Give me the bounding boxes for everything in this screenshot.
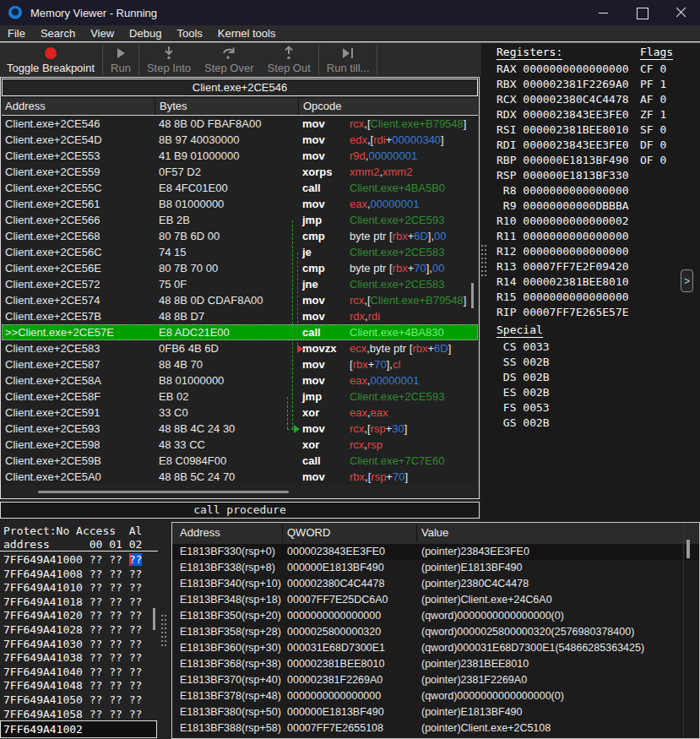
close-icon[interactable]: [661, 0, 700, 25]
flag-sf[interactable]: SF 0: [640, 122, 666, 138]
toolbar-step-out[interactable]: Step Out: [261, 43, 317, 77]
register-rsi[interactable]: RSI 000002381BEE8010: [497, 122, 629, 138]
flag-zf[interactable]: ZF 1: [640, 107, 666, 122]
register-r9[interactable]: R9 00000000000DBBBA: [497, 198, 629, 214]
disasm-row[interactable]: >>Client.exe+2CE57EE8 ADC21E00callClient…: [2, 324, 478, 340]
stack-column-qword[interactable]: QWORD: [287, 526, 330, 539]
register-r8[interactable]: R8 0000000000000000: [497, 183, 629, 198]
segment-ss[interactable]: SS 002B: [497, 355, 550, 370]
hex-byte-cell[interactable]: ??: [109, 666, 122, 678]
register-rbp[interactable]: RBP 000000E1813BF490: [497, 153, 629, 168]
stack-row[interactable]: E1813BF348(rsp+18)00007FF7E25DC6A0(point…: [172, 592, 699, 608]
hex-row-address[interactable]: 7FF649A41028: [3, 623, 90, 636]
hex-byte-cell[interactable]: ??: [109, 568, 122, 580]
hex-row-address[interactable]: 7FF649A41038: [3, 651, 90, 664]
disassembly-vscrollbar[interactable]: [471, 283, 474, 308]
register-rax[interactable]: RAX 0000000000000000: [497, 62, 629, 77]
hex-row-address[interactable]: 7FF649A41010: [3, 581, 90, 594]
segment-cs[interactable]: CS 0033: [497, 340, 550, 355]
stack-row[interactable]: E1813BF388(rsp+58)00007FF7E2655108(point…: [172, 720, 699, 736]
hex-byte-cell[interactable]: ??: [90, 666, 103, 678]
disasm-row[interactable]: Client.exe+2CE57275 0FjneClient.exe+2CE5…: [2, 276, 478, 292]
disasm-row[interactable]: Client.exe+2CE56E80 7B 70 00cmpbyte ptr …: [2, 260, 478, 276]
stack-row[interactable]: E1813BF338(rsp+8)000000E1813BF490(pointe…: [172, 560, 699, 576]
main-splitter[interactable]: [480, 245, 487, 279]
disasm-row[interactable]: Client.exe+2CE54D8B 97 40030000movedx,[r…: [2, 132, 478, 148]
toolbar-run[interactable]: Run: [104, 43, 138, 77]
bottom-splitter[interactable]: [160, 615, 169, 649]
disasm-row[interactable]: Client.exe+2CE566EB 2BjmpClient.exe+2CE5…: [2, 212, 478, 228]
register-rsp[interactable]: RSP 000000E1813BF330: [497, 168, 629, 183]
minimize-icon[interactable]: [583, 0, 622, 25]
hex-byte-cell[interactable]: ??: [129, 595, 143, 608]
menu-debug[interactable]: Debug: [122, 25, 169, 41]
disasm-row[interactable]: Client.exe+2CE57B48 8B D7movrdx,rdi: [2, 308, 478, 324]
disasm-row[interactable]: Client.exe+2CE56880 7B 6D 00cmpbyte ptr …: [2, 228, 478, 244]
register-r13[interactable]: R13 00007FF7E2F09420: [497, 259, 629, 274]
hex-byte-cell[interactable]: ??: [129, 693, 143, 706]
flag-af[interactable]: AF 0: [640, 92, 666, 107]
hex-byte-cell[interactable]: ??: [129, 666, 143, 678]
stack-row[interactable]: E1813BF360(rsp+30)000031E68D7300E1(qword…: [172, 640, 699, 656]
flag-of[interactable]: OF 0: [640, 153, 666, 168]
hex-row-address[interactable]: 7FF649A41050: [3, 693, 90, 706]
hex-row-address[interactable]: 7FF649A41008: [3, 568, 90, 580]
disasm-row[interactable]: Client.exe+2CE5A048 8B 5C 24 70movrbx,[r…: [2, 469, 478, 485]
hex-byte-cell[interactable]: ??: [129, 553, 143, 566]
disasm-column-opcode[interactable]: Opcode: [298, 98, 478, 115]
hex-byte-cell[interactable]: ??: [129, 623, 143, 636]
disasm-row[interactable]: Client.exe+2CE58AB8 01000000moveax,00000…: [2, 372, 478, 389]
stack-column-value[interactable]: Value: [421, 526, 448, 539]
hex-row-address[interactable]: 7FF649A41020: [3, 609, 90, 622]
disasm-row[interactable]: Client.exe+2CE5830FB6 4B 6Dmovzxecx,byte…: [2, 340, 478, 356]
register-r10[interactable]: R10 0000000000000002: [497, 214, 629, 229]
disasm-row[interactable]: Client.exe+2CE55341 B9 01000000movr9d,00…: [2, 148, 478, 164]
register-rip[interactable]: RIP 00007FF7E265E57E: [497, 305, 629, 320]
register-rdx[interactable]: RDX 0000023843EE3FE0: [497, 107, 629, 122]
hex-byte-cell[interactable]: ??: [90, 693, 103, 706]
hex-row-address[interactable]: 7FF649A41048: [3, 679, 90, 692]
stack-row[interactable]: E1813BF370(rsp+40)000002381F2269A0(point…: [172, 672, 699, 688]
hex-row-address[interactable]: 7FF649A41040: [3, 666, 90, 678]
disasm-row[interactable]: Client.exe+2CE57448 8B 0D CDAF8A00movrcx…: [2, 292, 478, 308]
register-r12[interactable]: R12 0000000000000000: [497, 244, 629, 259]
hex-byte-cell[interactable]: ??: [109, 623, 122, 636]
stack-row[interactable]: E1813BF350(rsp+20)0000000000000000(qword…: [172, 608, 699, 624]
hex-byte-cell[interactable]: ??: [109, 679, 122, 692]
hex-row-address[interactable]: 7FF649A41058: [3, 708, 90, 720]
hex-byte-cell[interactable]: ??: [109, 693, 122, 706]
hex-row-address[interactable]: 7FF649A41030: [3, 638, 90, 650]
menu-search[interactable]: Search: [33, 25, 83, 41]
hex-byte-cell[interactable]: ??: [90, 553, 103, 566]
hex-byte-cell[interactable]: ??: [109, 595, 122, 608]
hex-byte-cell[interactable]: ??: [129, 568, 143, 580]
stack-row[interactable]: E1813BF380(rsp+50)000000E1813BF490(point…: [172, 704, 699, 720]
register-rdi[interactable]: RDI 0000023843EE3FE0: [497, 138, 629, 153]
hex-byte-cell[interactable]: ??: [90, 609, 103, 622]
menu-tools[interactable]: Tools: [169, 25, 209, 41]
hex-row-address[interactable]: 7FF649A41018: [3, 595, 90, 608]
disasm-row[interactable]: Client.exe+2CE59BE8 C0984F00callClient.e…: [2, 453, 478, 469]
hex-byte-cell[interactable]: ??: [90, 708, 103, 720]
stack-row[interactable]: E1813BF330(rsp+0)0000023843EE3FE0(pointe…: [172, 544, 699, 560]
hex-byte-cell[interactable]: ??: [90, 638, 103, 650]
toolbar-toggle-breakpoint[interactable]: Toggle Breakpoint: [0, 43, 101, 77]
hex-byte-cell[interactable]: ??: [90, 568, 103, 580]
hex-byte-cell[interactable]: ??: [90, 623, 103, 636]
toolbar-step-over[interactable]: Step Over: [198, 43, 261, 77]
stack-row[interactable]: E1813BF378(rsp+48)0000000000000000(qword…: [172, 688, 699, 704]
disasm-row[interactable]: Client.exe+2CE58FEB 02jmpClient.exe+2CE5…: [2, 389, 478, 405]
hex-byte-cell[interactable]: ??: [109, 609, 122, 622]
stack-row[interactable]: E1813BF340(rsp+10)000002380C4C4478(point…: [172, 576, 699, 592]
disasm-row[interactable]: Client.exe+2CE54648 8B 0D FBAF8A00movrcx…: [2, 116, 478, 132]
maximize-icon[interactable]: [622, 0, 661, 25]
menu-file[interactable]: File: [0, 25, 33, 41]
stack-column-address[interactable]: Address: [180, 526, 220, 539]
register-rcx[interactable]: RCX 000002380C4C4478: [497, 92, 629, 107]
stack-row[interactable]: E1813BF368(rsp+38)000002381BEE8010(point…: [172, 656, 699, 672]
hex-byte-cell[interactable]: ??: [90, 581, 103, 594]
disasm-column-bytes[interactable]: Bytes: [155, 98, 298, 115]
hex-row-address[interactable]: 7FF649A41000: [3, 553, 90, 566]
segment-ds[interactable]: DS 002B: [497, 370, 550, 385]
disasm-row[interactable]: Client.exe+2CE59848 33 CCxorrcx,rsp: [2, 437, 478, 453]
